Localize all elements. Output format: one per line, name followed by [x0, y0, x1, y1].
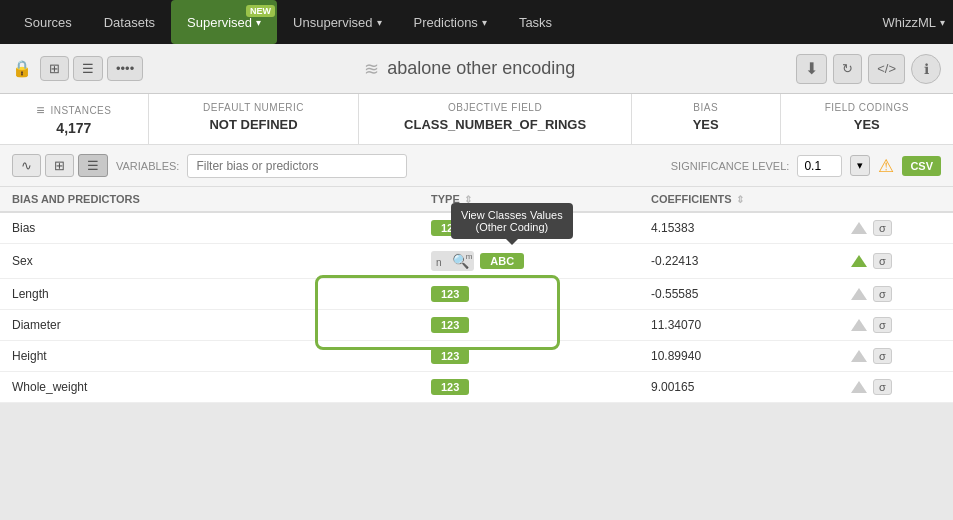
sigma-btn-whole-weight[interactable]: σ — [873, 379, 892, 395]
stats-bar: ≡ INSTANCES 4,177 DEFAULT NUMERIC NOT DE… — [0, 94, 953, 145]
stat-instances: ≡ INSTANCES 4,177 — [0, 94, 149, 144]
unsupervised-arrow: ▾ — [377, 17, 382, 28]
coeff-height: 10.89940 — [651, 349, 851, 363]
stat-field-codings: FIELD CODINGS YES — [781, 94, 953, 144]
table-area: Bias and predictors Type ⇕ Coefficients … — [0, 187, 953, 403]
sigma-btn-bias[interactable]: σ — [873, 220, 892, 236]
table-row-sex: Sex nm 🔍 ABC View Classes Values (Other … — [0, 244, 953, 279]
tooltip-popup: View Classes Values (Other Coding) — [451, 203, 573, 239]
nav-item-supervised[interactable]: Supervised NEW ▾ — [171, 0, 277, 44]
nav-right[interactable]: WhizzML ▾ — [883, 15, 945, 30]
coeff-diameter: 11.34070 — [651, 318, 851, 332]
bias-value: YES — [644, 117, 768, 132]
row-type-height: 123 — [431, 349, 651, 363]
toolbar-title-area: ≋ abalone other encoding — [151, 58, 788, 80]
significance-dropdown[interactable]: ▾ — [850, 155, 870, 176]
top-nav: Sources Datasets Supervised NEW ▾ Unsupe… — [0, 0, 953, 44]
type-badge-whole-weight: 123 — [431, 379, 469, 395]
significance-input[interactable] — [797, 155, 842, 177]
objective-field-value: CLASS_NUMBER_OF_RINGS — [371, 117, 618, 132]
bias-label: BIAS — [644, 102, 768, 113]
row-label-bias: Bias — [12, 221, 431, 235]
download-btn[interactable]: ⬇ — [796, 54, 827, 84]
field-codings-value: YES — [793, 117, 941, 132]
lock-icon: 🔒 — [12, 59, 32, 78]
view-list-btn[interactable]: ☰ — [78, 154, 108, 177]
row-type-diameter: 123 — [431, 318, 651, 332]
field-codings-label: FIELD CODINGS — [793, 102, 941, 113]
view-grid-btn[interactable]: ⊞ — [45, 154, 74, 177]
coeff-whole-weight: 9.00165 — [651, 380, 851, 394]
new-badge: NEW — [246, 5, 275, 17]
stat-objective-field: OBJECTIVE FIELD CLASS_NUMBER_OF_RINGS — [359, 94, 631, 144]
default-numeric-value: NOT DEFINED — [161, 117, 347, 132]
info-btn[interactable]: ℹ — [911, 54, 941, 84]
triangle-icon-height — [851, 350, 867, 362]
col-header-predictor: Bias and predictors — [12, 193, 431, 205]
table-row-length: Length 123 -0.55585 σ — [0, 279, 953, 310]
table-row-height: Height 123 10.89940 σ — [0, 341, 953, 372]
filter-bar: ∿ ⊞ ☰ VARIABLES: SIGNIFICANCE LEVEL: ▾ ⚠… — [0, 145, 953, 187]
warning-icon: ⚠ — [878, 155, 894, 177]
code-btn[interactable]: </> — [868, 54, 905, 84]
default-numeric-label: DEFAULT NUMERIC — [161, 102, 347, 113]
sigma-btn-diameter[interactable]: σ — [873, 317, 892, 333]
nav-item-tasks[interactable]: Tasks — [503, 0, 568, 44]
hierarchy-btn[interactable]: ⊞ — [40, 56, 69, 81]
filter-input[interactable] — [187, 154, 407, 178]
refresh-btn[interactable]: ↻ — [833, 54, 862, 84]
instances-label: INSTANCES — [50, 105, 111, 116]
type-badge-diameter: 123 — [431, 317, 469, 333]
row-type-length: 123 — [431, 287, 651, 301]
list-btn[interactable]: ☰ — [73, 56, 103, 81]
row-type-whole-weight: 123 — [431, 380, 651, 394]
row-label-sex: Sex — [12, 254, 431, 268]
triangle-icon-sex — [851, 255, 867, 267]
variables-label: VARIABLES: — [116, 160, 179, 172]
col-header-actions — [851, 193, 941, 205]
nav-item-datasets[interactable]: Datasets — [88, 0, 171, 44]
nav-item-unsupervised[interactable]: Unsupervised ▾ — [277, 0, 398, 44]
triangle-icon-length — [851, 288, 867, 300]
objective-field-label: OBJECTIVE FIELD — [371, 102, 618, 113]
sigma-btn-sex[interactable]: σ — [873, 253, 892, 269]
whizzml-arrow: ▾ — [940, 17, 945, 28]
predictions-arrow: ▾ — [482, 17, 487, 28]
toolbar: 🔒 ⊞ ☰ •••• ≋ abalone other encoding ⬇ ↻ … — [0, 44, 953, 94]
supervised-arrow: ▾ — [256, 17, 261, 28]
sigma-btn-length[interactable]: σ — [873, 286, 892, 302]
instances-lines-icon: ≡ — [36, 102, 44, 118]
table-row-whole-weight: Whole_weight 123 9.00165 σ — [0, 372, 953, 403]
type-badge-sex[interactable]: ABC — [480, 253, 524, 269]
stat-bias: BIAS YES — [632, 94, 781, 144]
nav-item-sources[interactable]: Sources — [8, 0, 88, 44]
triangle-icon-bias — [851, 222, 867, 234]
nm-badge-sex: nm 🔍 — [431, 251, 474, 271]
model-icon: ≋ — [364, 58, 379, 80]
type-badge-height: 123 — [431, 348, 469, 364]
model-title: abalone other encoding — [387, 58, 575, 79]
significance-label: SIGNIFICANCE LEVEL: — [671, 160, 790, 172]
row-type-sex: nm 🔍 ABC View Classes Values (Other Codi… — [431, 251, 651, 271]
coeff-sex: -0.22413 — [651, 254, 851, 268]
triangle-icon-whole-weight — [851, 381, 867, 393]
instances-value: 4,177 — [12, 120, 136, 136]
row-label-whole-weight: Whole_weight — [12, 380, 431, 394]
table-row-diameter: Diameter 123 11.34070 σ — [0, 310, 953, 341]
sigma-btn-height[interactable]: σ — [873, 348, 892, 364]
view-line-btn[interactable]: ∿ — [12, 154, 41, 177]
nav-item-predictions[interactable]: Predictions ▾ — [398, 0, 503, 44]
row-label-diameter: Diameter — [12, 318, 431, 332]
col-header-coeff: Coefficients ⇕ — [651, 193, 851, 205]
triangle-icon-diameter — [851, 319, 867, 331]
row-label-height: Height — [12, 349, 431, 363]
type-badge-length: 123 — [431, 286, 469, 302]
coeff-length: -0.55585 — [651, 287, 851, 301]
row-label-length: Length — [12, 287, 431, 301]
coeff-sort-icon[interactable]: ⇕ — [736, 194, 744, 205]
coeff-bias: 4.15383 — [651, 221, 851, 235]
stat-default-numeric: DEFAULT NUMERIC NOT DEFINED — [149, 94, 360, 144]
csv-export-btn[interactable]: CSV — [902, 156, 941, 176]
dots-btn[interactable]: •••• — [107, 56, 143, 81]
